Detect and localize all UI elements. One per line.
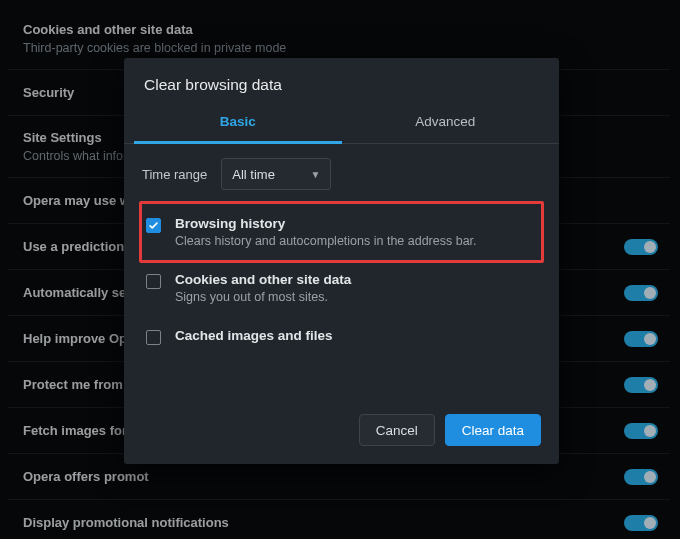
clear-option-text: Cookies and other site dataSigns you out… [175, 272, 351, 304]
dialog-title: Clear browsing data [124, 58, 559, 102]
clear-option-desc: Clears history and autocompletions in th… [175, 234, 477, 248]
clear-option-desc: Signs you out of most sites. [175, 290, 351, 304]
tab-basic[interactable]: Basic [134, 102, 342, 144]
dialog-actions: Cancel Clear data [124, 400, 559, 464]
clear-option[interactable]: Browsing historyClears history and autoc… [139, 201, 544, 263]
clear-option-text: Browsing historyClears history and autoc… [175, 216, 477, 248]
chevron-down-icon: ▼ [310, 169, 320, 180]
dialog-tabs: Basic Advanced [124, 102, 559, 144]
tab-advanced[interactable]: Advanced [342, 102, 550, 143]
clear-option[interactable]: Cookies and other site dataSigns you out… [142, 260, 541, 316]
cancel-button[interactable]: Cancel [359, 414, 435, 446]
clear-option-title: Browsing history [175, 216, 477, 231]
clear-option-text: Cached images and files [175, 328, 333, 343]
time-range-label: Time range [142, 167, 207, 182]
time-range-select[interactable]: All time ▼ [221, 158, 331, 190]
check-icon [148, 220, 159, 231]
clear-option[interactable]: Cached images and files [142, 316, 541, 357]
clear-option-title: Cookies and other site data [175, 272, 351, 287]
clear-data-button[interactable]: Clear data [445, 414, 541, 446]
clear-browsing-data-dialog: Clear browsing data Basic Advanced Time … [124, 58, 559, 464]
checkbox[interactable] [146, 330, 161, 345]
dialog-body: Time range All time ▼ Browsing historyCl… [124, 144, 559, 400]
time-range-row: Time range All time ▼ [142, 158, 541, 190]
clear-option-title: Cached images and files [175, 328, 333, 343]
time-range-value: All time [232, 167, 275, 182]
checkbox[interactable] [146, 218, 161, 233]
checkbox[interactable] [146, 274, 161, 289]
